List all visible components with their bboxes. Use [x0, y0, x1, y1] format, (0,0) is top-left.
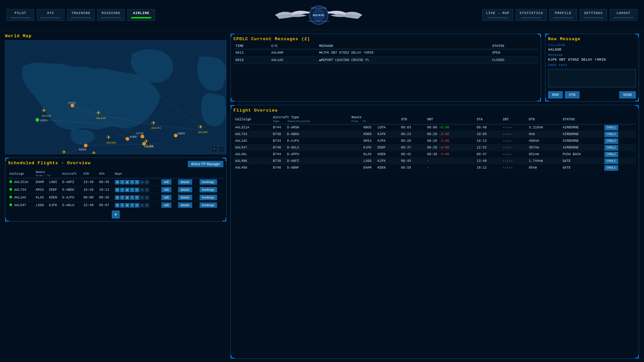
svg-text:ROTATE: ROTATE [313, 14, 324, 16]
nav-btn-logout[interactable]: LOGOUT [610, 9, 637, 21]
stb-button[interactable]: STB [565, 91, 580, 99]
fo-callsign: AAL48K [233, 158, 271, 165]
fo-route: KDEN KJFK [350, 131, 399, 138]
fo-col-callsign: Callsign [233, 115, 271, 124]
nav-btn-settings[interactable]: SETTINGS [580, 9, 607, 21]
cpdlc-badge[interactable]: CPDLC [604, 145, 618, 150]
edit-button[interactable]: edit [161, 202, 172, 208]
day-badge: T [120, 180, 124, 184]
svg-text:✈: ✈ [92, 150, 96, 154]
left-panel: World Map [5, 34, 226, 359]
fo-route: KLAX KDEN [350, 151, 399, 158]
fo-flight-row[interactable]: AAL734 B738 D-ABDU KDEN KJFK 08:23 08:20… [233, 131, 636, 138]
day-badge: F [135, 188, 139, 192]
nav-btn-label-logout: LOGOUT [616, 11, 631, 15]
cpdlc-badge[interactable]: CPDLC [604, 138, 618, 144]
rgr-button[interactable]: RGR [548, 91, 563, 99]
cpdlc-row[interactable]: 0810 AAL1AX ▲REPORT LEAVING CRUISE FL CL… [233, 57, 538, 64]
top-navigation: PILOTATCTRAININGMISSIONSAIRLINE [0, 0, 644, 30]
details-button[interactable]: details [178, 202, 192, 208]
bookings-button[interactable]: bookings [200, 202, 217, 208]
nm-corner-br [635, 98, 639, 101]
nav-btn-label-profile: PROFILE [555, 11, 571, 15]
nav-btn-missions[interactable]: MISSIONS [97, 9, 125, 21]
fo-col-type: Aircraft TypeType Identification [271, 115, 350, 124]
fo-sta: 16:12 [475, 165, 501, 171]
bookings-button[interactable]: bookings [200, 187, 217, 192]
cpdlc-badge[interactable]: CPDLC [604, 165, 618, 171]
cpdlc-badge[interactable]: CPDLC [604, 159, 618, 164]
fo-obt: - [425, 165, 475, 171]
fo-corner-tr [635, 105, 639, 109]
fo-flight-row[interactable]: AAL1AX B734 D-AJFU KMIA KJFK 08:28 08:26… [233, 138, 636, 144]
send-button[interactable]: SEND [619, 91, 636, 99]
nav-btn-profile[interactable]: PROFILE [549, 9, 577, 21]
right-panel: CPDLC Current Messages (2) TIME C/S MESS… [230, 34, 639, 359]
cpdlc-row[interactable]: 0813 AAL86R ▼KJFK OBT 0705Z DELAY +5MIN … [233, 49, 538, 57]
nav-btn-atc[interactable]: ATC [37, 9, 64, 21]
edit-button[interactable]: edit [161, 187, 172, 192]
fo-callsign: AAL547 [233, 144, 271, 151]
map-zoom-in[interactable]: + [211, 146, 217, 152]
cpdlc-badge[interactable]: CPDLC [604, 152, 618, 157]
fo-flight-row[interactable]: AAL499 B748 D-ABNF EHAM KDEN 08:58 - 16:… [233, 165, 636, 171]
sf-edit-cell: edit [160, 186, 176, 194]
fo-flight-row[interactable]: AAL547 B748 D-AKLU KJFK EDDF 08:37 08:28… [233, 144, 636, 151]
nav-btn-airline[interactable]: AIRLINE [127, 9, 155, 21]
fo-cpdlc-badge[interactable]: CPDLC [603, 165, 636, 171]
details-button[interactable]: details [178, 195, 192, 200]
cpdlc-badge[interactable]: CPDLC [604, 132, 618, 137]
cpdlc-col-time: TIME [233, 43, 269, 49]
details-button[interactable]: details [178, 187, 192, 192]
fo-col-std: STD [399, 115, 425, 124]
fo-std: 08:42 [399, 151, 425, 158]
fo-sta: 10:05 [475, 131, 501, 138]
sf-callsign: AAL734 [8, 186, 35, 194]
fo-flight-row[interactable]: AAL4KL B744 D-APPU KLAX KDEN 08:42 08:38… [233, 151, 636, 158]
nav-btn-pilot[interactable]: PILOT [7, 9, 34, 21]
sf-bookings-cell: bookings [198, 186, 223, 194]
sf-bookings-cell: bookings [198, 201, 223, 209]
fo-flight-row[interactable]: AAL48K B739 D-AGFZ LSGG KJFK 08:45 - 13:… [233, 158, 636, 165]
nav-btn-statistics[interactable]: STATISTICS [516, 9, 547, 21]
day-badge: M [115, 203, 119, 207]
cpdlc-message: ▼KJFK OBT 0705Z DELAY +5MIN [317, 49, 490, 57]
nav-btn-live-map[interactable]: LIVE - MAP [482, 9, 513, 21]
fo-cpdlc-badge[interactable]: CPDLC [603, 158, 636, 165]
logo-center: ROTATE VIRTUAL AVIATION PROFESSIONAL NET… [272, 3, 366, 27]
sf-to: EDDF [48, 186, 61, 194]
fp-manager-button[interactable]: Airline FP-Manager [188, 161, 223, 167]
fo-cpdlc-badge[interactable]: CPDLC [603, 131, 636, 138]
edit-button[interactable]: edit [161, 195, 172, 200]
sf-callsign: AAL1AX [8, 194, 35, 201]
map-zoom-out[interactable]: - [218, 146, 224, 152]
sf-callsign: AAL547 [8, 201, 35, 209]
fo-cpdlc-badge[interactable]: CPDLC [603, 138, 636, 144]
svg-point-19 [36, 118, 39, 122]
add-flight-button[interactable]: + [112, 210, 120, 219]
fo-flight-row[interactable]: AAL321A B744 D-AMSW KBOS LEPA 08:03 08:0… [233, 124, 636, 131]
sf-edit-cell: edit [160, 194, 176, 201]
fo-corner-bl [231, 355, 234, 358]
col-callsign: Callsign [8, 170, 35, 178]
cpdlc-badge[interactable]: CPDLC [604, 125, 618, 130]
sf-details-cell: details [176, 186, 198, 194]
sf-sta: 18:12 [98, 186, 113, 194]
fo-route: KJFK EDDF [350, 144, 399, 151]
sf-sta: 09:30 [98, 194, 113, 201]
fo-cpdlc-badge[interactable]: CPDLC [603, 144, 636, 151]
fo-cpdlc-badge[interactable]: CPDLC [603, 151, 636, 158]
edit-button[interactable]: edit [161, 179, 172, 185]
fo-status: AIRBORNE [561, 144, 602, 151]
fo-ibt: --:-- [501, 165, 527, 171]
fo-cpdlc-badge[interactable]: CPDLC [603, 124, 636, 131]
nav-btn-training[interactable]: TRAINING [67, 9, 95, 21]
free-text-input[interactable] [548, 69, 636, 87]
flight-overview-title: Flight Overview [233, 108, 636, 113]
bookings-button[interactable]: bookings [200, 195, 217, 200]
details-button[interactable]: details [178, 179, 192, 185]
bookings-button[interactable]: bookings [200, 179, 217, 185]
new-message-section: New Message CALLSIGN AAL86R MESSAGE KJFK… [545, 34, 639, 102]
scheduled-header: Scheduled Flights - Overview Airline FP-… [8, 161, 223, 167]
cpdlc-corner-bl [231, 98, 234, 101]
